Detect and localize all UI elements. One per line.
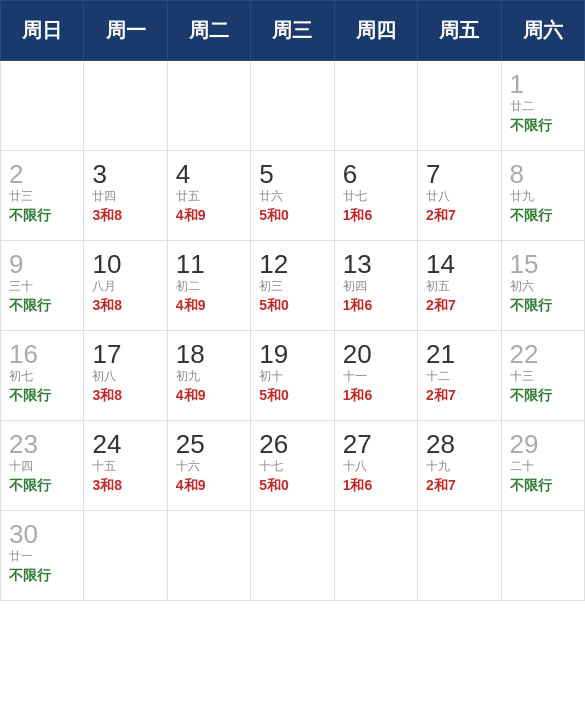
lunar-day: 初六: [510, 279, 578, 293]
day-number: 16: [9, 341, 77, 367]
header-cell: 周三: [251, 1, 334, 61]
header-cell: 周日: [1, 1, 84, 61]
restriction-label: 不限行: [510, 297, 578, 315]
header-cell: 周一: [84, 1, 167, 61]
day-cell: 12初三5和0: [251, 241, 334, 331]
day-number: 5: [259, 161, 327, 187]
day-cell: 1廿二不限行: [501, 61, 584, 151]
day-cell: 17初八3和8: [84, 331, 167, 421]
day-number: 26: [259, 431, 327, 457]
day-cell: [334, 511, 417, 601]
day-cell: 19初十5和0: [251, 331, 334, 421]
lunar-day: 初九: [176, 369, 244, 383]
day-cell: 20十一1和6: [334, 331, 417, 421]
day-cell: 8廿九不限行: [501, 151, 584, 241]
day-cell: [84, 61, 167, 151]
restriction-label: 4和9: [176, 477, 244, 495]
day-cell: 6廿七1和6: [334, 151, 417, 241]
day-number: 19: [259, 341, 327, 367]
day-cell: 11初二4和9: [167, 241, 250, 331]
restriction-label: 不限行: [510, 477, 578, 495]
day-number: 22: [510, 341, 578, 367]
day-number: 15: [510, 251, 578, 277]
restriction-label: 3和8: [92, 207, 160, 225]
lunar-day: 十四: [9, 459, 77, 473]
restriction-label: 3和8: [92, 387, 160, 405]
day-cell: 24十五3和8: [84, 421, 167, 511]
day-cell: [418, 61, 501, 151]
lunar-day: 十七: [259, 459, 327, 473]
calendar-table: 周日周一周二周三周四周五周六 1廿二不限行2廿三不限行3廿四3和84廿五4和95…: [0, 0, 585, 601]
lunar-day: 廿九: [510, 189, 578, 203]
day-cell: 14初五2和7: [418, 241, 501, 331]
day-number: 24: [92, 431, 160, 457]
day-number: 23: [9, 431, 77, 457]
day-number: 9: [9, 251, 77, 277]
day-number: 8: [510, 161, 578, 187]
restriction-label: 不限行: [9, 387, 77, 405]
lunar-day: 二十: [510, 459, 578, 473]
day-cell: 29二十不限行: [501, 421, 584, 511]
day-cell: 3廿四3和8: [84, 151, 167, 241]
restriction-label: 不限行: [510, 387, 578, 405]
day-cell: 5廿六5和0: [251, 151, 334, 241]
restriction-label: 2和7: [426, 207, 494, 225]
day-cell: 13初四1和6: [334, 241, 417, 331]
lunar-day: 初四: [343, 279, 411, 293]
day-number: 28: [426, 431, 494, 457]
day-number: 12: [259, 251, 327, 277]
restriction-label: 5和0: [259, 207, 327, 225]
day-number: 10: [92, 251, 160, 277]
day-cell: 2廿三不限行: [1, 151, 84, 241]
day-cell: 18初九4和9: [167, 331, 250, 421]
day-cell: [84, 511, 167, 601]
header-cell: 周四: [334, 1, 417, 61]
day-cell: 28十九2和7: [418, 421, 501, 511]
lunar-day: 三十: [9, 279, 77, 293]
day-cell: [167, 511, 250, 601]
day-number: 3: [92, 161, 160, 187]
lunar-day: 十三: [510, 369, 578, 383]
day-cell: 25十六4和9: [167, 421, 250, 511]
day-number: 2: [9, 161, 77, 187]
day-cell: 23十四不限行: [1, 421, 84, 511]
day-cell: 10八月3和8: [84, 241, 167, 331]
day-number: 7: [426, 161, 494, 187]
day-number: 4: [176, 161, 244, 187]
restriction-label: 4和9: [176, 297, 244, 315]
restriction-label: 不限行: [9, 567, 77, 585]
restriction-label: 2和7: [426, 387, 494, 405]
restriction-label: 不限行: [510, 117, 578, 135]
day-number: 6: [343, 161, 411, 187]
restriction-label: 1和6: [343, 387, 411, 405]
day-number: 20: [343, 341, 411, 367]
lunar-day: 初五: [426, 279, 494, 293]
lunar-day: 廿五: [176, 189, 244, 203]
day-number: 17: [92, 341, 160, 367]
day-cell: [418, 511, 501, 601]
day-number: 14: [426, 251, 494, 277]
restriction-label: 3和8: [92, 297, 160, 315]
restriction-label: 1和6: [343, 477, 411, 495]
day-cell: 7廿八2和7: [418, 151, 501, 241]
day-cell: 30廿一不限行: [1, 511, 84, 601]
header-cell: 周六: [501, 1, 584, 61]
lunar-day: 十二: [426, 369, 494, 383]
header-cell: 周五: [418, 1, 501, 61]
day-number: 13: [343, 251, 411, 277]
restriction-label: 5和0: [259, 297, 327, 315]
restriction-label: 2和7: [426, 477, 494, 495]
lunar-day: 廿一: [9, 549, 77, 563]
restriction-label: 4和9: [176, 207, 244, 225]
day-cell: 4廿五4和9: [167, 151, 250, 241]
restriction-label: 不限行: [510, 207, 578, 225]
day-number: 1: [510, 71, 578, 97]
lunar-day: 廿六: [259, 189, 327, 203]
header-cell: 周二: [167, 1, 250, 61]
lunar-day: 十一: [343, 369, 411, 383]
restriction-label: 5和0: [259, 477, 327, 495]
day-cell: [251, 511, 334, 601]
day-cell: [1, 61, 84, 151]
lunar-day: 十八: [343, 459, 411, 473]
day-cell: 27十八1和6: [334, 421, 417, 511]
